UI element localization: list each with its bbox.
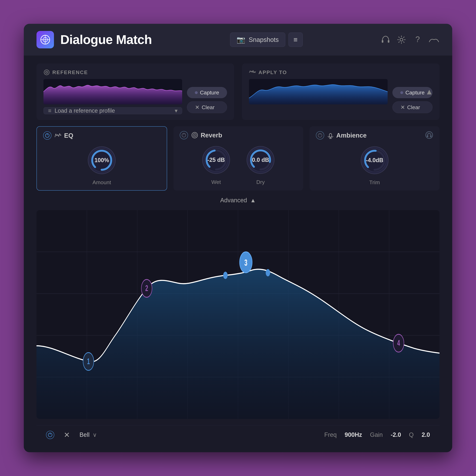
eq-bottom-power-button[interactable] <box>46 431 54 439</box>
eq-amount-knob-dial[interactable]: 100% <box>86 144 118 176</box>
svg-rect-37 <box>430 136 431 137</box>
reference-icon <box>43 69 50 76</box>
eq-amount-knob[interactable]: 100% Amount <box>86 144 118 186</box>
modules-row: EQ <box>36 126 440 190</box>
svg-text:1: 1 <box>87 357 90 366</box>
header-center: 📷 Snapshots ≡ <box>158 33 374 47</box>
dropdown-label: Load a reference profile <box>55 107 171 114</box>
reverb-module: Reverb <box>173 126 303 190</box>
ambience-trim-knob[interactable]: -4.0dB Trim <box>359 144 391 186</box>
app-title: Dialogue Match <box>60 32 152 47</box>
clear-label: Clear <box>202 104 215 110</box>
reverb-module-title: Reverb <box>191 132 222 139</box>
eq-amount-label: Amount <box>92 179 111 186</box>
reverb-title-label: Reverb <box>201 132 222 139</box>
eq-params: Freq 900Hz Gain -2.0 Q 2.0 <box>324 431 430 438</box>
ambience-module-header: Ambience <box>316 131 433 140</box>
settings-icon-button[interactable] <box>397 35 406 44</box>
capture-dot-icon2 <box>400 91 403 94</box>
reverb-wet-label: Wet <box>211 179 221 185</box>
reference-label: REFERENCE <box>43 69 227 76</box>
ambience-trim-label: Trim <box>369 179 380 186</box>
advanced-label: Advanced <box>220 197 247 204</box>
svg-text:4: 4 <box>397 338 400 347</box>
apply-to-waveform-col <box>249 79 388 104</box>
svg-point-35 <box>426 132 433 138</box>
reverb-wet-knob-dial[interactable]: -25 dB <box>200 144 232 176</box>
eq-title-label: EQ <box>64 132 73 139</box>
camera-icon: 📷 <box>237 35 245 44</box>
menu-lines-icon: ≡ <box>293 36 298 44</box>
snapshots-button[interactable]: 📷 Snapshots <box>230 33 285 47</box>
advanced-toggle[interactable]: Advanced ▲ <box>36 197 440 204</box>
reverb-knobs: -25 dB Wet <box>180 144 297 185</box>
snapshots-label: Snapshots <box>249 36 279 43</box>
reference-section-label: REFERENCE <box>52 69 88 75</box>
eq-module-header: EQ <box>43 131 160 140</box>
reverb-dry-knob-dial[interactable]: 0.0 dB <box>245 144 276 176</box>
reverb-dry-knob[interactable]: 0.0 dB Dry <box>245 144 276 185</box>
gain-label: Gain <box>370 431 383 438</box>
eq-type-label: Bell <box>80 431 89 438</box>
reference-profile-dropdown[interactable]: ≡ Load a reference profile ▾ <box>43 107 182 114</box>
clear-x-icon2: ✕ <box>400 104 405 110</box>
ambience-icon <box>327 132 334 139</box>
ambience-trim-knob-dial[interactable]: -4.0dB <box>359 144 391 176</box>
svg-text:?: ? <box>415 35 420 44</box>
header: Dialogue Match 📷 Snapshots ≡ <box>24 24 452 55</box>
eq-power-button[interactable] <box>43 131 51 140</box>
eq-module-title: EQ <box>55 132 73 139</box>
reverb-dry-value: 0.0 dB <box>252 157 269 163</box>
scroll-up-arrow[interactable]: ▲ <box>425 87 433 96</box>
svg-point-10 <box>46 72 47 73</box>
eq-bottom-type[interactable]: Bell ∨ <box>80 431 315 438</box>
q-label: Q <box>409 431 414 438</box>
apply-to-section-label: APPLY TO <box>258 69 287 75</box>
ambience-listen-button[interactable] <box>425 131 433 140</box>
eq-bottom-bar: ✕ Bell ∨ Freq 900Hz Gain -2.0 Q 2.0 <box>36 425 440 444</box>
reference-btn-col: Capture ✕ Clear <box>187 79 227 113</box>
ref-apply-row: ▲ REFERENCE <box>36 64 440 120</box>
ambience-module-title: Ambience <box>327 132 367 139</box>
reverb-power-button[interactable] <box>180 131 188 139</box>
apply-to-controls: Capture ✕ Clear <box>249 79 433 113</box>
reverb-wet-value: -25 dB <box>207 157 225 163</box>
gain-value: -2.0 <box>391 431 401 438</box>
eq-bottom-delete-button[interactable]: ✕ <box>64 431 70 439</box>
apply-to-label: APPLY TO <box>249 69 433 76</box>
svg-point-21 <box>194 135 195 136</box>
freq-label: Freq <box>324 431 337 438</box>
svg-point-60 <box>266 269 270 276</box>
apply-to-clear-button[interactable]: ✕ Clear <box>392 102 433 113</box>
apply-to-icon <box>249 69 256 76</box>
reverb-dry-label: Dry <box>256 179 265 185</box>
help-icon-button[interactable]: ? <box>412 35 422 44</box>
snapshots-menu-button[interactable]: ≡ <box>289 33 303 47</box>
freq-value: 900Hz <box>345 431 362 438</box>
ambience-trim-value: -4.0dB <box>366 157 383 164</box>
eq-type-chevron-icon: ∨ <box>93 432 97 438</box>
ambience-module: Ambience <box>309 126 440 190</box>
reverb-icon <box>191 132 198 139</box>
reference-clear-button[interactable]: ✕ Clear <box>187 102 227 113</box>
header-icons: ? <box>381 35 440 44</box>
ambience-power-button[interactable] <box>316 131 324 139</box>
svg-point-6 <box>400 38 403 41</box>
eq-amount-value: 100% <box>94 157 109 164</box>
reference-panel: REFERENCE <box>36 64 234 120</box>
reference-controls: ≡ Load a reference profile ▾ Capture ✕ C… <box>43 79 227 114</box>
apply-to-waveform <box>249 79 388 104</box>
eq-display[interactable]: 1 2 3 4 <box>36 210 440 419</box>
account-icon-button[interactable] <box>428 35 440 44</box>
svg-rect-4 <box>382 40 383 43</box>
svg-point-59 <box>223 272 228 279</box>
headphone-icon-button[interactable] <box>381 35 390 44</box>
reference-waveform <box>43 79 182 104</box>
apply-capture-label: Capture <box>405 89 425 96</box>
advanced-triangle-icon: ▲ <box>250 197 256 204</box>
apply-clear-label: Clear <box>407 104 420 110</box>
svg-text:2: 2 <box>145 284 148 293</box>
capture-label: Capture <box>200 89 219 96</box>
reference-capture-button[interactable]: Capture <box>187 87 227 98</box>
reverb-wet-knob[interactable]: -25 dB Wet <box>200 144 232 185</box>
